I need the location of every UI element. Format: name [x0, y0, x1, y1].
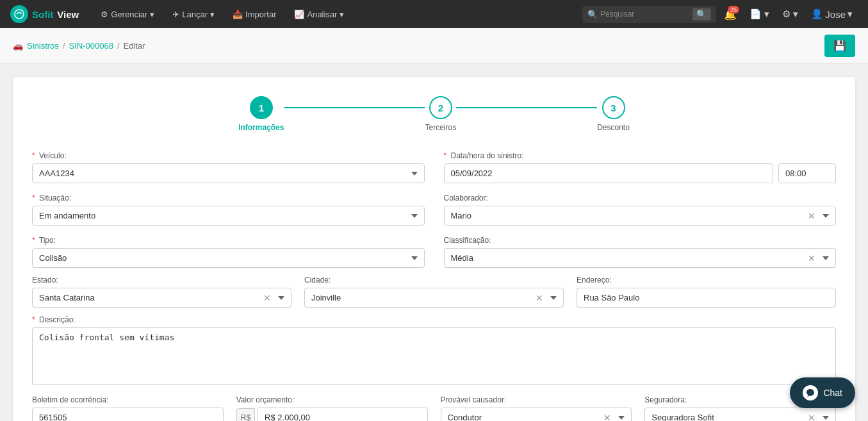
tipo-select[interactable]: Colisão [32, 248, 425, 268]
stepper-line-1 [284, 107, 425, 108]
colaborador-select[interactable]: Mario [444, 206, 837, 226]
datetime-group [444, 163, 837, 183]
colaborador-label: Colaborador: [444, 194, 837, 202]
breadcrumb-bar: 🚗 Sinistros / SIN-000068 / Editar 💾 [0, 28, 868, 64]
provavel-causador-clear-button[interactable]: ✕ [601, 413, 614, 422]
nav-gerenciar[interactable]: ⚙ Gerenciar ▾ [94, 0, 161, 28]
situacao-label: * Situação: [32, 194, 425, 202]
chat-label: Chat [823, 388, 842, 398]
data-hora-label: * Data/hora do sinistro: [444, 151, 837, 160]
search-icon: 🔍 [587, 10, 598, 19]
seguradora-select-wrapper: Seguradora Sofit ✕ [644, 408, 836, 421]
save-button[interactable]: 💾 [824, 35, 855, 57]
tipo-group: * Tipo: Colisão [32, 236, 425, 268]
valor-group: Valor orçamento: R$ [236, 395, 428, 421]
nav-importar[interactable]: 📥 Importar [226, 0, 283, 28]
step-2-label: Terceiros [425, 123, 456, 132]
classificacao-select[interactable]: Média [444, 248, 837, 268]
boletim-input[interactable] [32, 408, 224, 421]
breadcrumb-current: Editar [124, 41, 145, 51]
colaborador-group: Colaborador: Mario ✕ [444, 194, 837, 226]
situacao-select[interactable]: Em andamento [32, 206, 425, 226]
breadcrumb-sin-number[interactable]: SIN-000068 [69, 41, 113, 51]
svg-point-0 [15, 10, 24, 19]
search-box: 🔍 🔍 [582, 6, 716, 23]
form-card: 1 Informações 2 Terceiros 3 Desconto [13, 77, 855, 421]
stepper-step-2[interactable]: 2 Terceiros [425, 96, 456, 132]
colaborador-clear-button[interactable]: ✕ [805, 211, 818, 221]
form-section-bottom: Boletim de ocorrência: Valor orçamento: … [32, 395, 836, 421]
veiculo-label: * Veículo: [32, 151, 425, 160]
step-2-circle: 2 [429, 96, 452, 119]
step-1-label: Informações [238, 123, 284, 132]
situacao-group: * Situação: Em andamento [32, 194, 425, 226]
stepper: 1 Informações 2 Terceiros 3 Desconto [32, 96, 836, 132]
classificacao-label: Classificação: [444, 236, 837, 245]
breadcrumb-sep-2: / [117, 41, 120, 51]
valor-prefix: R$ [236, 408, 255, 422]
stepper-step-1[interactable]: 1 Informações [238, 96, 284, 132]
estado-select[interactable]: Santa Catarina [32, 288, 291, 308]
search-input[interactable] [600, 10, 690, 19]
endereco-label: Endereço: [577, 276, 836, 285]
step-3-label: Desconto [597, 123, 630, 132]
boletim-label: Boletim de ocorrência: [32, 395, 224, 404]
navbar: Sofit View ⚙ Gerenciar ▾ ✈ Lançar ▾ 📥 Im… [0, 0, 868, 28]
form-section-1: * Veículo: AAA1234 * Data/hora do sinist… [32, 151, 836, 268]
veiculo-select[interactable]: AAA1234 [32, 163, 425, 183]
estado-label: Estado: [32, 276, 291, 285]
endereco-input[interactable] [577, 288, 836, 308]
provavel-causador-select-wrapper: Condutor ✕ [441, 408, 632, 421]
estado-group: Estado: Santa Catarina ✕ [32, 276, 291, 308]
endereco-group: Endereço: [577, 276, 836, 308]
cidade-clear-button[interactable]: ✕ [533, 293, 546, 303]
veiculo-select-wrapper: AAA1234 [32, 163, 425, 183]
notification-badge: 25 [728, 6, 739, 13]
classificacao-group: Classificação: Média ✕ [444, 236, 837, 268]
data-input[interactable] [444, 163, 774, 183]
cidade-select[interactable]: Joinville [304, 288, 564, 308]
data-hora-group: * Data/hora do sinistro: [444, 151, 837, 183]
seguradora-clear-button[interactable]: ✕ [805, 413, 818, 422]
cidade-label: Cidade: [304, 276, 564, 285]
breadcrumb-sep-1: / [63, 41, 65, 51]
user-menu-button[interactable]: 👤 Jose ▾ [806, 6, 858, 22]
hora-input[interactable] [778, 163, 836, 183]
valor-label: Valor orçamento: [236, 395, 428, 404]
boletim-group: Boletim de ocorrência: [32, 395, 224, 421]
breadcrumb-sinistros[interactable]: Sinistros [27, 41, 59, 51]
provavel-causador-label: Provável causador: [441, 395, 632, 404]
chat-icon [803, 385, 818, 400]
estado-clear-button[interactable]: ✕ [261, 293, 274, 303]
brand: Sofit View [10, 5, 79, 23]
provavel-causador-group: Provável causador: Condutor ✕ [441, 395, 632, 421]
tipo-label: * Tipo: [32, 236, 425, 245]
brand-icon [10, 5, 28, 23]
chat-button[interactable]: Chat [790, 377, 855, 408]
brand-sofit: Sofit [32, 9, 53, 20]
classificacao-clear-button[interactable]: ✕ [805, 253, 818, 263]
brand-view: View [57, 9, 79, 20]
descricao-textarea[interactable]: Colisão frontal sem vítimas [32, 327, 836, 385]
main-content: 1 Informações 2 Terceiros 3 Desconto [0, 64, 868, 421]
descricao-group: * Descrição: Colisão frontal sem vítimas [32, 315, 836, 385]
navbar-right: 🔍 🔍 🔔 25 📄 ▾ ⚙ ▾ 👤 Jose ▾ [582, 6, 858, 23]
stepper-step-3[interactable]: 3 Desconto [597, 96, 630, 132]
document-button[interactable]: 📄 ▾ [744, 6, 774, 22]
stepper-line-2 [456, 107, 597, 108]
colaborador-select-wrapper: Mario ✕ [444, 206, 837, 226]
step-3-circle: 3 [602, 96, 625, 119]
settings-button[interactable]: ⚙ ▾ [777, 6, 803, 22]
form-section-location: Estado: Santa Catarina ✕ Cidade: Joinvil… [32, 276, 836, 308]
step-1-circle: 1 [250, 96, 273, 119]
search-button[interactable]: 🔍 [692, 8, 711, 21]
nav-lancar[interactable]: ✈ Lançar ▾ [166, 0, 221, 28]
nav-analisar[interactable]: 📈 Analisar ▾ [288, 0, 350, 28]
classificacao-select-wrapper: Média ✕ [444, 248, 837, 268]
notification-button[interactable]: 🔔 25 [719, 6, 742, 23]
descricao-label: * Descrição: [32, 315, 836, 324]
cidade-group: Cidade: Joinville ✕ [304, 276, 564, 308]
car-icon: 🚗 [13, 41, 23, 51]
valor-input[interactable] [258, 408, 427, 421]
veiculo-group: * Veículo: AAA1234 [32, 151, 425, 183]
